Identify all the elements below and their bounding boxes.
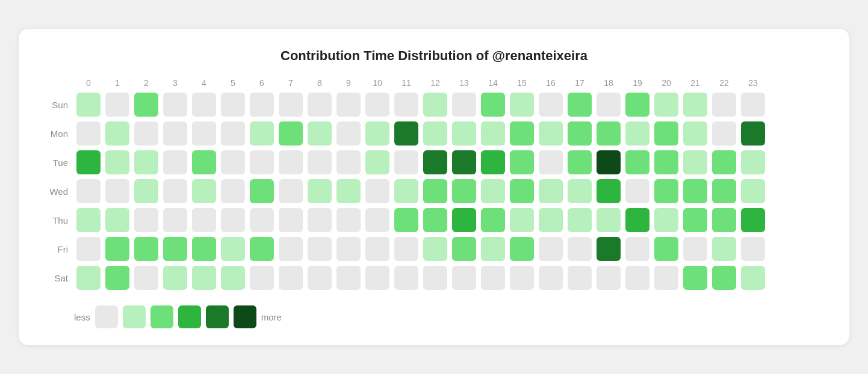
cell-sat-7 [279, 266, 303, 290]
hour-label-8: 8 [305, 78, 334, 88]
cell-tue-16 [539, 150, 563, 174]
cell-sat-18 [597, 266, 621, 290]
hour-label-17: 17 [565, 78, 594, 88]
cell-tue-8 [308, 150, 332, 174]
cell-sat-6 [250, 266, 274, 290]
legend-cell-2 [150, 305, 173, 328]
legend-cell-4 [206, 305, 229, 328]
cell-thu-4 [192, 208, 216, 232]
cell-thu-2 [134, 208, 158, 232]
cell-wed-8 [308, 179, 332, 203]
cell-fri-12 [423, 237, 447, 261]
cell-tue-4 [192, 150, 216, 174]
cell-mon-20 [654, 121, 678, 146]
cell-wed-19 [625, 179, 649, 203]
cell-wed-3 [163, 179, 187, 203]
cell-tue-18 [597, 150, 621, 174]
cell-tue-2 [134, 150, 158, 174]
cell-thu-3 [163, 208, 187, 232]
hour-label-3: 3 [161, 78, 190, 88]
day-label-sun: Sun [43, 100, 74, 110]
cell-fri-11 [394, 237, 418, 261]
cell-tue-6 [250, 150, 274, 174]
cell-sun-22 [712, 93, 736, 117]
legend-cell-1 [123, 305, 146, 328]
cell-sun-13 [452, 93, 476, 117]
cell-tue-5 [221, 150, 245, 174]
cell-fri-5 [221, 237, 245, 261]
cell-wed-20 [654, 179, 678, 203]
cell-wed-14 [481, 179, 505, 203]
cell-tue-12 [423, 150, 447, 174]
cell-sun-4 [192, 93, 216, 117]
cell-fri-16 [539, 237, 563, 261]
cell-sat-10 [365, 266, 389, 290]
cell-wed-17 [568, 179, 592, 203]
cell-sat-21 [683, 266, 707, 290]
cell-sat-14 [481, 266, 505, 290]
cell-thu-10 [365, 208, 389, 232]
cell-sat-22 [712, 266, 736, 290]
day-row-mon: Mon [43, 120, 825, 147]
cell-fri-6 [250, 237, 274, 261]
cell-thu-5 [221, 208, 245, 232]
cell-sat-17 [568, 266, 592, 290]
cell-thu-8 [308, 208, 332, 232]
cell-sat-20 [654, 266, 678, 290]
cell-thu-9 [336, 208, 361, 232]
cell-sat-0 [76, 266, 101, 290]
cell-wed-5 [221, 179, 245, 203]
cell-mon-22 [712, 121, 736, 146]
cell-sat-19 [625, 266, 649, 290]
cell-fri-23 [741, 237, 765, 261]
cell-mon-11 [394, 121, 418, 146]
cell-tue-0 [76, 150, 101, 174]
cell-sun-2 [134, 93, 158, 117]
cell-thu-21 [683, 208, 707, 232]
cell-tue-1 [105, 150, 129, 174]
cell-mon-3 [163, 121, 187, 146]
cell-wed-4 [192, 179, 216, 203]
legend-more-label: more [261, 312, 282, 322]
day-row-thu: Thu [43, 207, 825, 233]
cell-wed-7 [279, 179, 303, 203]
cell-thu-13 [452, 208, 476, 232]
cell-sun-19 [625, 93, 649, 117]
day-label-thu: Thu [43, 215, 74, 225]
cell-tue-19 [625, 150, 649, 174]
cell-sun-20 [654, 93, 678, 117]
cell-sat-8 [308, 266, 332, 290]
cell-sun-12 [423, 93, 447, 117]
cell-fri-22 [712, 237, 736, 261]
cell-fri-3 [163, 237, 187, 261]
cell-mon-14 [481, 121, 505, 146]
cell-tue-7 [279, 150, 303, 174]
cell-tue-13 [452, 150, 476, 174]
cell-sun-9 [336, 93, 361, 117]
cell-wed-13 [452, 179, 476, 203]
hour-label-21: 21 [681, 78, 710, 88]
cell-fri-0 [76, 237, 101, 261]
cell-sun-14 [481, 93, 505, 117]
cell-tue-11 [394, 150, 418, 174]
cell-thu-7 [279, 208, 303, 232]
cell-wed-12 [423, 179, 447, 203]
hour-label-14: 14 [479, 78, 507, 88]
cell-fri-2 [134, 237, 158, 261]
hour-label-13: 13 [450, 78, 479, 88]
cell-tue-21 [683, 150, 707, 174]
hour-label-18: 18 [594, 78, 623, 88]
cell-sun-6 [250, 93, 274, 117]
cell-sun-15 [510, 93, 534, 117]
cell-thu-1 [105, 208, 129, 232]
cell-sun-10 [365, 93, 389, 117]
hour-label-0: 0 [74, 78, 103, 88]
cell-fri-18 [597, 237, 621, 261]
hour-label-22: 22 [710, 78, 739, 88]
cell-mon-16 [539, 121, 563, 146]
day-label-tue: Tue [43, 158, 74, 168]
day-label-wed: Wed [43, 186, 74, 197]
cell-sat-4 [192, 266, 216, 290]
hour-label-7: 7 [276, 78, 305, 88]
cell-wed-10 [365, 179, 389, 203]
